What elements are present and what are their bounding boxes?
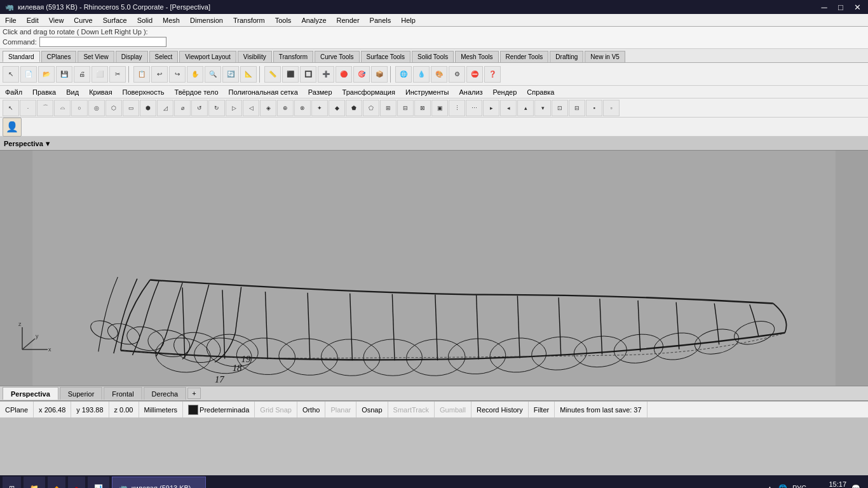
layer-swatch[interactable]: Predeterminada xyxy=(183,402,255,417)
toolbar2-btn-17[interactable]: ⊗ xyxy=(294,100,311,116)
toolbar2-btn-4[interactable]: ○ xyxy=(71,100,88,116)
gumball-button[interactable]: Gumball xyxy=(435,402,471,417)
menu-item-curve[interactable]: Curve xyxy=(69,14,97,26)
ru-menu-item-инструменты[interactable]: Инструменты xyxy=(400,86,454,98)
toolbar2-btn-35[interactable]: ▫ xyxy=(603,100,620,116)
toolbar-btn-8[interactable]: ↩ xyxy=(151,66,168,83)
command-input[interactable] xyxy=(39,37,166,47)
menu-item-render[interactable]: Render xyxy=(332,14,365,26)
menu-item-solid[interactable]: Solid xyxy=(132,14,158,26)
menu-item-file[interactable]: File xyxy=(0,14,22,26)
ortho-button[interactable]: Ortho xyxy=(297,402,326,417)
filter-button[interactable]: Filter xyxy=(529,402,555,417)
toolbar2-btn-10[interactable]: ⌀ xyxy=(174,100,191,116)
taskbar-app-2[interactable]: ◆ xyxy=(48,477,65,488)
start-button[interactable]: ⊞ xyxy=(3,477,21,488)
toolbar2-btn-30[interactable]: ▴ xyxy=(517,100,534,116)
menu-item-view[interactable]: View xyxy=(44,14,69,26)
toolbar2-btn-9[interactable]: ◿ xyxy=(157,100,173,116)
toolbar2-btn-26[interactable]: ⋮ xyxy=(449,100,465,116)
toolbar-btn-24[interactable]: ⚙ xyxy=(449,66,465,83)
toolbar-btn-21[interactable]: 🌐 xyxy=(395,66,412,83)
toolbar-btn-12[interactable]: 🔄 xyxy=(222,66,239,83)
toolbar2-btn-8[interactable]: ⬢ xyxy=(140,100,156,116)
toolbar-btn-25[interactable]: ⛔ xyxy=(466,66,483,83)
taskbar-rhino-app[interactable]: 🦏 килевая (5913 KB) ... xyxy=(112,477,206,488)
toolbar-btn-11[interactable]: 🔍 xyxy=(205,66,221,83)
toolbar-btn-10[interactable]: ✋ xyxy=(187,66,203,83)
toolbar-tab-new-in-v5[interactable]: New in V5 xyxy=(585,51,625,62)
toolbar-tab-render-tools[interactable]: Render Tools xyxy=(500,51,549,62)
toolbar-btn-22[interactable]: 💧 xyxy=(413,66,430,83)
toolbar2-btn-19[interactable]: ◆ xyxy=(329,100,345,116)
toolbar-btn-5[interactable]: ⬜ xyxy=(92,66,108,83)
canvas-area[interactable]: 1 2 3 4 5 xyxy=(0,151,868,386)
grid-snap-button[interactable]: Grid Snap xyxy=(255,402,297,417)
toolbar-btn-1[interactable]: 📄 xyxy=(20,66,37,83)
toolbar-tab-curve-tools[interactable]: Curve Tools xyxy=(315,51,360,62)
ru-menu-item-анализ[interactable]: Анализ xyxy=(454,86,487,98)
taskbar-app-3[interactable]: ● xyxy=(68,477,85,488)
maximize-button[interactable]: □ xyxy=(835,3,846,12)
toolbar2-btn-21[interactable]: ⬠ xyxy=(363,100,379,116)
menu-item-edit[interactable]: Edit xyxy=(22,14,44,26)
toolbar-tab-cplanes[interactable]: CPlanes xyxy=(41,51,77,62)
toolbar2-btn-34[interactable]: ▪ xyxy=(586,100,602,116)
toolbar2-btn-2[interactable]: ⌒ xyxy=(37,100,53,116)
toolbar-tab-display[interactable]: Display xyxy=(116,51,148,62)
toolbar-tab-mesh-tools[interactable]: Mesh Tools xyxy=(455,51,498,62)
ru-menu-item-рендер[interactable]: Рендер xyxy=(488,86,522,98)
menu-item-panels[interactable]: Panels xyxy=(365,14,397,26)
toolbar-tab-surface-tools[interactable]: Surface Tools xyxy=(361,51,410,62)
viewport-tab-frontal[interactable]: Frontal xyxy=(104,387,142,400)
toolbar2-btn-18[interactable]: ✦ xyxy=(311,100,328,116)
toolbar2-btn-5[interactable]: ◎ xyxy=(88,100,105,116)
ru-menu-item-твёрдое-тело[interactable]: Твёрдое тело xyxy=(169,86,223,98)
viewport-tab-perspectiva[interactable]: Perspectiva xyxy=(3,387,58,400)
menu-item-transform[interactable]: Transform xyxy=(228,14,270,26)
toolbar-btn-16[interactable]: 🔲 xyxy=(300,66,316,83)
toolbar-btn-2[interactable]: 📂 xyxy=(38,66,55,83)
toolbar2-btn-24[interactable]: ⊠ xyxy=(414,100,431,116)
toolbar-btn-26[interactable]: ❓ xyxy=(484,66,501,83)
toolbar-btn-6[interactable]: ✂ xyxy=(109,66,126,83)
toolbar-tab-standard[interactable]: Standard xyxy=(3,51,40,62)
ru-menu-item-размер[interactable]: Размер xyxy=(303,86,337,98)
toolbar2-btn-32[interactable]: ⊡ xyxy=(552,100,568,116)
titlebar-controls[interactable]: ─ □ ✕ xyxy=(818,3,863,12)
toolbar2-btn-3[interactable]: ⌓ xyxy=(54,100,71,116)
toolbar2-btn-7[interactable]: ▭ xyxy=(123,100,139,116)
toolbar-btn-14[interactable]: 📏 xyxy=(264,66,281,83)
toolbar2-btn-28[interactable]: ▸ xyxy=(483,100,499,116)
toolbar-tab-transform[interactable]: Transform xyxy=(273,51,313,62)
close-button[interactable]: ✕ xyxy=(851,3,863,12)
ru-menu-item-поверхность[interactable]: Поверхность xyxy=(118,86,170,98)
smarttrack-button[interactable]: SmartTrack xyxy=(388,402,435,417)
planar-button[interactable]: Planar xyxy=(325,402,356,417)
toolbar-tab-solid-tools[interactable]: Solid Tools xyxy=(412,51,454,62)
toolbar-btn-20[interactable]: 📦 xyxy=(371,66,388,83)
toolbar2-btn-20[interactable]: ⬟ xyxy=(346,100,362,116)
toolbar-btn-7[interactable]: 📋 xyxy=(133,66,150,83)
taskbar-file-explorer[interactable]: 📁 xyxy=(24,477,45,488)
toolbar-tab-visibility[interactable]: Visibility xyxy=(238,51,272,62)
toolbar2-btn-13[interactable]: ▷ xyxy=(226,100,242,116)
toolbar2-btn-31[interactable]: ▾ xyxy=(534,100,551,116)
toolbar2-btn-6[interactable]: ⬡ xyxy=(105,100,122,116)
toolbar-tab-drafting[interactable]: Drafting xyxy=(550,51,583,62)
toolbar-btn-13[interactable]: 📐 xyxy=(240,66,257,83)
toolbar-btn-17[interactable]: ➕ xyxy=(318,66,334,83)
taskbar-app-4[interactable]: 📊 xyxy=(88,477,109,488)
viewport-tab-derecha[interactable]: Derecha xyxy=(144,387,187,400)
menu-item-help[interactable]: Help xyxy=(396,14,421,26)
lang-indicator[interactable]: РУС xyxy=(792,484,806,488)
toolbar-btn-4[interactable]: 🖨 xyxy=(74,66,90,83)
ru-menu-item-вид[interactable]: Вид xyxy=(61,86,84,98)
toolbar2-btn-29[interactable]: ◂ xyxy=(500,100,517,116)
toolbar2-btn-16[interactable]: ⊕ xyxy=(277,100,294,116)
minimize-button[interactable]: ─ xyxy=(818,3,830,12)
menu-item-dimension[interactable]: Dimension xyxy=(185,14,228,26)
toolbar2-btn-33[interactable]: ⊟ xyxy=(569,100,585,116)
toolbar2-btn-14[interactable]: ◁ xyxy=(243,100,259,116)
toolbar-btn-0[interactable]: ↖ xyxy=(3,66,19,83)
